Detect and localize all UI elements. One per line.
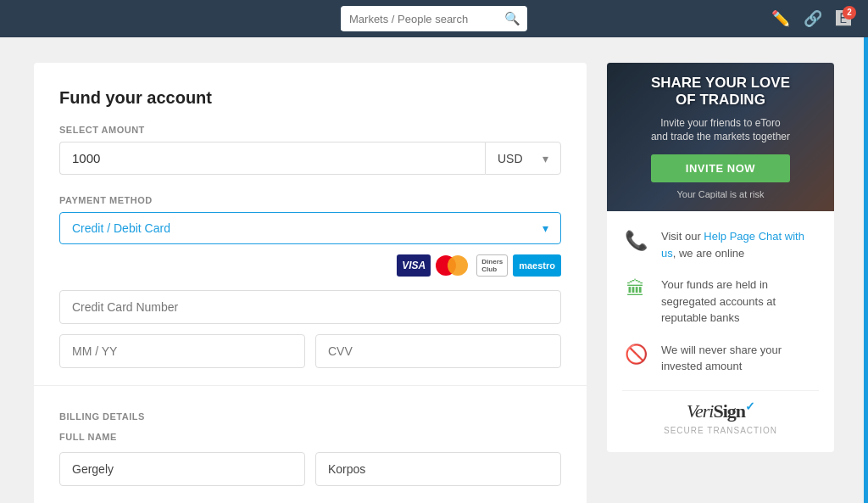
payment-chevron xyxy=(542,221,548,235)
invite-content: SHARE YOUR LOVEOF TRADING Invite your fr… xyxy=(651,75,790,199)
visa-logo: VISA xyxy=(397,254,431,277)
no-share-icon: 🚫 xyxy=(622,344,649,366)
secure-label: SECURE TRANSACTION xyxy=(622,426,819,435)
payment-label: PAYMENT METHOD xyxy=(59,195,561,205)
invite-subtitle: Invite your friends to eToroand trade th… xyxy=(651,116,790,145)
currency-select[interactable]: USD xyxy=(485,142,561,175)
diners-logo: DinersClub xyxy=(476,254,508,277)
expiry-input[interactable] xyxy=(59,334,305,368)
first-name-input[interactable] xyxy=(59,452,305,486)
cvv-input[interactable] xyxy=(315,334,561,368)
help-chat-item: 📞 Visit our Help Page Chat with us, we a… xyxy=(622,228,819,261)
fund-account-panel: Fund your account SELECT AMOUNT USD PAYM… xyxy=(34,63,587,503)
accent-bar xyxy=(864,37,868,503)
invite-title: SHARE YOUR LOVEOF TRADING xyxy=(651,75,790,109)
section-divider xyxy=(34,385,587,386)
amount-row: USD xyxy=(59,142,561,175)
billing-name-row xyxy=(59,452,561,486)
topnav-icons: ✏️ 🔗 🅴 2 xyxy=(771,9,851,28)
share-item: 🚫 We will never share your invested amou… xyxy=(622,342,819,375)
top-navigation: 🔍 ✏️ 🔗 🅴 2 xyxy=(0,0,868,37)
notification-badge[interactable]: 🅴 2 xyxy=(836,10,851,28)
funds-item: 🏛 Your funds are held in segregated acco… xyxy=(622,277,819,327)
page-title: Fund your account xyxy=(59,88,561,108)
currency-chevron xyxy=(542,152,548,165)
invite-banner: SHARE YOUR LOVEOF TRADING Invite your fr… xyxy=(607,63,834,211)
invite-caption: Your Capital is at risk xyxy=(651,189,790,199)
funds-text: Your funds are held in segregated accoun… xyxy=(661,277,819,327)
search-bar[interactable]: 🔍 xyxy=(341,6,527,31)
payment-section: PAYMENT METHOD Credit / Debit Card VISA … xyxy=(59,195,561,368)
amount-input[interactable] xyxy=(59,142,485,175)
amount-label: SELECT AMOUNT xyxy=(59,125,561,135)
help-chat-text: Visit our Help Page Chat with us, we are… xyxy=(661,228,819,261)
credit-card-number-input[interactable] xyxy=(59,290,561,324)
bank-icon: 🏛 xyxy=(622,278,649,300)
mastercard-right xyxy=(448,255,468,276)
share-text: We will never share your invested amount xyxy=(661,342,819,375)
billing-label: BILLING DETAILS xyxy=(59,411,561,422)
phone-icon: 📞 xyxy=(622,230,649,252)
card-logos: VISA DinersClub maestro xyxy=(59,254,561,277)
last-name-input[interactable] xyxy=(315,452,561,486)
verisign-area: VeriSign✓ SECURE TRANSACTION xyxy=(622,390,819,435)
payment-method-dropdown[interactable]: Credit / Debit Card xyxy=(59,212,561,244)
search-button[interactable]: 🔍 xyxy=(498,6,527,31)
main-content: Fund your account SELECT AMOUNT USD PAYM… xyxy=(0,37,868,503)
invite-now-button[interactable]: INVITE NOW xyxy=(651,154,790,182)
payment-method-label: Credit / Debit Card xyxy=(72,221,170,235)
share-icon[interactable]: 🔗 xyxy=(804,9,822,28)
fullname-label: FULL NAME xyxy=(59,432,561,442)
card-expiry-cvv-row xyxy=(59,334,561,368)
help-page-link[interactable]: Help Page xyxy=(704,230,755,243)
search-input[interactable] xyxy=(341,8,498,31)
info-panel: 📞 Visit our Help Page Chat with us, we a… xyxy=(607,211,834,452)
right-panel: SHARE YOUR LOVEOF TRADING Invite your fr… xyxy=(607,63,834,503)
verisign-logo: VeriSign✓ xyxy=(622,400,819,422)
currency-value: USD xyxy=(498,152,523,165)
notification-count: 2 xyxy=(843,6,856,20)
maestro-logo: maestro xyxy=(513,254,561,277)
edit-icon[interactable]: ✏️ xyxy=(771,9,790,28)
billing-section: BILLING DETAILS FULL NAME xyxy=(59,403,561,486)
